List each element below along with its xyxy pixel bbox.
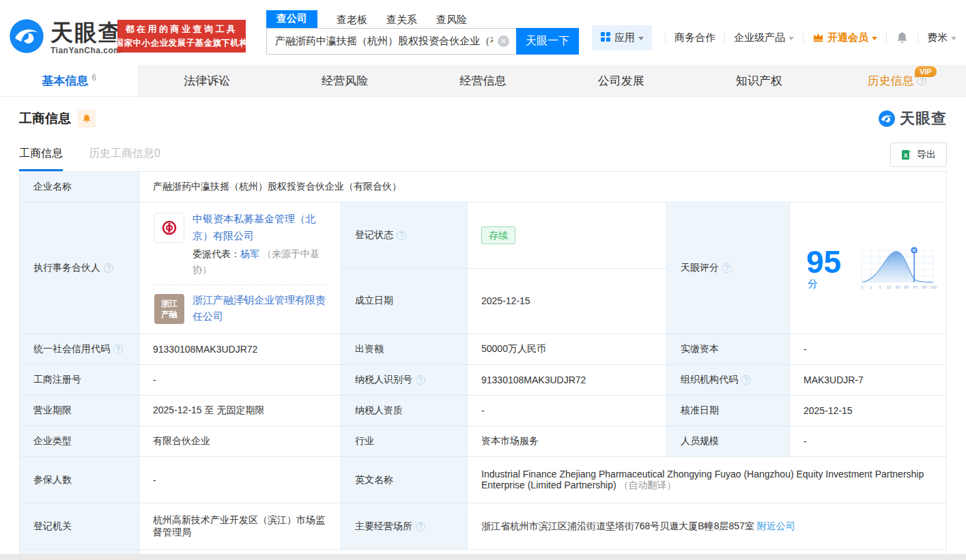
- business-address-cell: 浙江省杭州市滨江区浦沿街道坚塔街768号贝遨大厦B幢8层857室 附近公司: [468, 503, 947, 550]
- rep-label: 委派代表：: [193, 248, 240, 259]
- section-title: 工商信息: [19, 110, 71, 128]
- enterprise-products-menu[interactable]: 企业级产品: [734, 31, 794, 44]
- company-type-value: 有限合伙企业: [139, 426, 341, 457]
- tab-basic-info-label: 基本信息: [42, 73, 88, 89]
- svg-text:15: 15: [886, 285, 891, 289]
- tab-basic-info[interactable]: 基本信息 6: [0, 65, 138, 96]
- help-icon[interactable]: ?: [104, 263, 113, 273]
- chevron-down-icon: [951, 37, 956, 40]
- enterprise-products-label: 企业级产品: [734, 31, 785, 44]
- taxpayer-quality-value: -: [468, 396, 667, 426]
- partner-logo-boc: [154, 213, 184, 243]
- help-icon[interactable]: ?: [917, 76, 926, 85]
- svg-text:85: 85: [904, 285, 909, 289]
- establish-date-value: 2025-12-15: [468, 268, 667, 334]
- reg-number-label: 工商注册号: [20, 365, 139, 396]
- tab-company-development[interactable]: 公司发展: [552, 65, 690, 96]
- help-icon[interactable]: ?: [416, 375, 425, 385]
- score-value: 95: [806, 244, 841, 280]
- rep-person-link[interactable]: 杨军: [240, 248, 259, 259]
- tab-intellectual-property[interactable]: 知识产权: [690, 65, 828, 96]
- subtab-business-info[interactable]: 工商信息: [19, 147, 63, 171]
- svg-text:50: 50: [895, 285, 900, 289]
- partner-item: 浙江 产融 浙江产融泽钥企业管理有限责任公司: [154, 292, 326, 326]
- search-button[interactable]: 天眼一下: [516, 28, 579, 55]
- partner-company-link[interactable]: 浙江产融泽钥企业管理有限责任公司: [193, 294, 326, 323]
- watermark-text: 天眼查: [900, 108, 947, 129]
- menu-divider: [665, 33, 666, 43]
- promo-banner: 都在用的商业查询工具 国家中小企业发展子基金旗下机构: [117, 20, 246, 53]
- open-vip-label: 开通会员: [827, 31, 868, 44]
- business-cooperation-link[interactable]: 商务合作: [674, 31, 715, 44]
- reg-number-value: -: [139, 365, 341, 396]
- vip-crown-icon: [812, 31, 824, 45]
- tab-history-info[interactable]: 历史信息 ? VIP: [828, 65, 966, 96]
- company-type-label: 企业类型: [20, 426, 139, 457]
- open-vip-menu[interactable]: 开通会员: [812, 31, 877, 45]
- menu-divider: [918, 33, 918, 43]
- bottom-scrollbar-track[interactable]: [0, 554, 966, 560]
- help-icon[interactable]: ?: [397, 231, 406, 240]
- tab-basic-info-count: 6: [91, 73, 96, 83]
- business-term-value: 2025-12-15 至 无固定期限: [139, 396, 341, 426]
- nearby-companies-link[interactable]: 附近公司: [757, 520, 795, 531]
- english-name-value: Industrial Finance Zhejiang Pharmaceutic…: [481, 469, 924, 490]
- paid-capital-label: 实缴资本: [667, 334, 790, 365]
- header-menu: 应用 商务合作 企业级产品 开通会员: [592, 25, 956, 50]
- tab-legal-litigation[interactable]: 法律诉讼: [138, 65, 276, 96]
- svg-text:3: 3: [879, 285, 881, 289]
- user-account-menu[interactable]: 费米: [927, 31, 956, 44]
- bell-icon: [896, 31, 909, 44]
- partner-item: 中银资本私募基金管理（北京）有限公司 委派代表：杨军 （来源于中基协）: [154, 211, 326, 278]
- company-nav-tabs: 基本信息 6 法律诉讼 经营风险 经营信息 公司发展 知识产权 历史信息 ? V…: [0, 65, 966, 97]
- score-distribution-chart: 0 1 3 15 50 85 97 99 100: [858, 242, 939, 294]
- username-label: 费米: [927, 31, 948, 44]
- english-name-cell: Industrial Finance Zhejiang Pharmaceutic…: [468, 457, 947, 503]
- tab-operation-risk[interactable]: 经营风险: [276, 65, 414, 96]
- approval-date-value: 2025-12-15: [790, 396, 947, 426]
- notifications-bell[interactable]: [896, 31, 909, 44]
- help-icon[interactable]: ?: [722, 263, 732, 273]
- company-search-input[interactable]: [266, 28, 516, 55]
- credit-code-label: 统一社会信用代码 ?: [20, 334, 139, 365]
- subscribe-bell-button[interactable]: [78, 110, 96, 128]
- executive-partner-label: 执行事务合伙人 ?: [20, 203, 139, 334]
- search-area: 查公司 查老板 查关系 查风险 ✕ 天眼一下: [266, 10, 579, 55]
- help-icon[interactable]: ?: [113, 344, 123, 354]
- svg-text:1: 1: [870, 285, 872, 289]
- auto-translate-note: （自动翻译）: [619, 480, 677, 490]
- reg-status-cell: 存续: [468, 203, 667, 269]
- promo-line1: 都在用的商业查询工具: [126, 23, 238, 35]
- export-button[interactable]: X 导出: [890, 143, 947, 167]
- subtab-history-business-info[interactable]: 历史工商信息0: [89, 147, 160, 171]
- partner-company-link[interactable]: 中银资本私募基金管理（北京）有限公司: [193, 213, 315, 241]
- table-row: 工商注册号 - 纳税人识别号 ? 91330108MAK3UDJR72 组织机构…: [20, 365, 947, 396]
- search-tab-company[interactable]: 查公司: [266, 10, 317, 28]
- table-row: 登记机关 杭州高新技术产业开发区（滨江）市场监督管理局 主要经营场所 ? 浙江省…: [20, 503, 947, 550]
- svg-text:100: 100: [930, 285, 937, 289]
- site-header: 天眼查 TianYanCha.com 都在用的商业查询工具 国家中小企业发展子基…: [0, 0, 966, 65]
- insured-count-value: -: [139, 457, 341, 503]
- tab-operation-info[interactable]: 经营信息: [414, 65, 552, 96]
- search-tab-boss[interactable]: 查老板: [337, 14, 367, 28]
- svg-text:X: X: [904, 152, 908, 159]
- tianyancha-logo-icon: [8, 18, 45, 57]
- insured-count-label: 参保人数: [20, 457, 139, 503]
- help-icon[interactable]: ?: [416, 522, 425, 531]
- divider: [154, 284, 326, 285]
- taxpayer-id-label: 纳税人识别号 ?: [341, 365, 468, 396]
- clear-search-icon[interactable]: ✕: [498, 35, 509, 47]
- menu-divider: [886, 33, 887, 43]
- reg-authority-value: 杭州高新技术产业开发区（滨江）市场监督管理局: [139, 503, 341, 550]
- search-tabs: 查公司 查老板 查关系 查风险: [266, 10, 579, 28]
- search-tab-risk[interactable]: 查风险: [436, 14, 467, 28]
- contribution-label: 出资额: [341, 334, 468, 365]
- company-name-label: 企业名称: [20, 172, 139, 203]
- logo-domain-text: TianYanCha.com: [51, 46, 122, 55]
- reg-authority-label: 登记机关: [20, 503, 139, 550]
- apps-label: 应用: [614, 31, 635, 44]
- search-tab-relation[interactable]: 查关系: [386, 14, 417, 28]
- help-icon[interactable]: ?: [741, 375, 751, 385]
- tianyancha-logo[interactable]: 天眼查 TianYanCha.com: [8, 18, 122, 57]
- apps-menu[interactable]: 应用: [592, 25, 652, 50]
